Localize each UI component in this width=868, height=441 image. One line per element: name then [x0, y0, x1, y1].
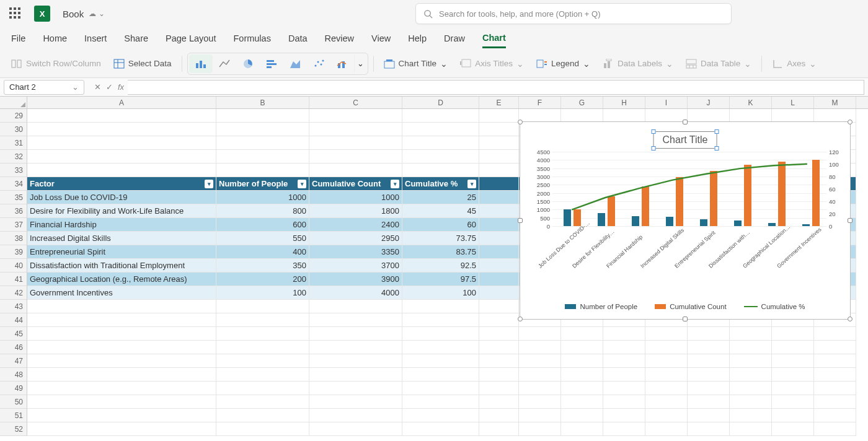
column-header-A[interactable]: A: [27, 97, 216, 108]
cell-A42[interactable]: Government Incentives: [27, 286, 216, 300]
cell-M46[interactable]: [814, 341, 856, 354]
cell-C39[interactable]: 3350: [309, 245, 402, 259]
cell-D47[interactable]: [402, 354, 479, 368]
cell-B39[interactable]: 400: [216, 245, 309, 259]
cell-B45[interactable]: [216, 327, 309, 341]
menu-insert[interactable]: Insert: [84, 30, 107, 47]
menu-home[interactable]: Home: [43, 30, 67, 47]
cell-D35[interactable]: 25: [402, 191, 479, 204]
cell-B47[interactable]: [216, 354, 309, 368]
chart-plot-area[interactable]: 450040003500300025002000150010005000 120…: [534, 152, 843, 226]
cell-C51[interactable]: [309, 409, 402, 422]
cell-B50[interactable]: [216, 395, 309, 409]
cell-F51[interactable]: [519, 409, 561, 422]
chart-title-button[interactable]: Chart Title ⌄: [379, 56, 453, 71]
cell-E30[interactable]: [479, 123, 519, 136]
cell-H48[interactable]: [603, 368, 645, 382]
pie-chart-icon[interactable]: [236, 55, 260, 73]
cell-D43[interactable]: [402, 300, 479, 313]
cell-I52[interactable]: [645, 422, 688, 436]
cell-A52[interactable]: [27, 422, 216, 436]
row-header[interactable]: 32: [0, 150, 27, 164]
formula-input[interactable]: [128, 80, 864, 95]
cell-A50[interactable]: [27, 395, 216, 409]
column-header-K[interactable]: K: [730, 97, 772, 108]
cell-B38[interactable]: 550: [216, 232, 309, 245]
cell-G29[interactable]: [561, 109, 603, 123]
cell-A37[interactable]: Financial Hardship: [27, 218, 216, 232]
cell-D50[interactable]: [402, 395, 479, 409]
cell-L29[interactable]: [772, 109, 814, 123]
resize-handle[interactable]: [518, 120, 523, 124]
cell-A32[interactable]: [27, 150, 216, 164]
cell-H52[interactable]: [603, 422, 645, 436]
cell-F46[interactable]: [519, 341, 561, 354]
search-input[interactable]: Search for tools, help, and more (Option…: [415, 3, 732, 24]
menu-view[interactable]: View: [371, 30, 391, 47]
cell-D32[interactable]: [402, 150, 479, 164]
row-header[interactable]: 37: [0, 218, 27, 232]
cell-D51[interactable]: [402, 409, 479, 422]
row-header[interactable]: 46: [0, 341, 27, 354]
cell-F52[interactable]: [519, 422, 561, 436]
cell-J45[interactable]: [688, 327, 730, 341]
cell-C34[interactable]: Cumulative Count▾: [309, 177, 402, 191]
cell-D29[interactable]: [402, 109, 479, 123]
cell-E45[interactable]: [479, 327, 519, 341]
scatter-chart-icon[interactable]: [307, 55, 330, 73]
cell-G46[interactable]: [561, 341, 603, 354]
cell-E43[interactable]: [479, 300, 519, 313]
cell-C38[interactable]: 2950: [309, 232, 402, 245]
cell-H47[interactable]: [603, 354, 645, 368]
cell-A34[interactable]: Factor▾: [27, 177, 216, 191]
cell-L48[interactable]: [772, 368, 814, 382]
cell-E40[interactable]: [479, 259, 519, 273]
menu-draw[interactable]: Draw: [444, 30, 465, 47]
cell-E50[interactable]: [479, 395, 519, 409]
cell-J48[interactable]: [688, 368, 730, 382]
fx-icon[interactable]: fx: [118, 82, 124, 92]
cell-B30[interactable]: [216, 123, 309, 136]
cell-F49[interactable]: [519, 382, 561, 395]
cell-A35[interactable]: Job Loss Due to COVID-19: [27, 191, 216, 204]
cell-B34[interactable]: Number of People▾: [216, 177, 309, 191]
cell-B32[interactable]: [216, 150, 309, 164]
cell-E48[interactable]: [479, 368, 519, 382]
filter-dropdown[interactable]: ▾: [391, 180, 399, 188]
cell-D45[interactable]: [402, 327, 479, 341]
cell-L45[interactable]: [772, 327, 814, 341]
row-header[interactable]: 34: [0, 177, 27, 191]
cell-C50[interactable]: [309, 395, 402, 409]
cell-I50[interactable]: [645, 395, 688, 409]
cell-C52[interactable]: [309, 422, 402, 436]
cell-H49[interactable]: [603, 382, 645, 395]
column-header-H[interactable]: H: [603, 97, 645, 108]
cell-I49[interactable]: [645, 382, 688, 395]
cell-M47[interactable]: [814, 354, 856, 368]
row-header[interactable]: 38: [0, 232, 27, 245]
cell-L49[interactable]: [772, 382, 814, 395]
cell-F29[interactable]: [519, 109, 561, 123]
chart-type-dropdown[interactable]: ⌄: [354, 55, 366, 73]
cell-F47[interactable]: [519, 354, 561, 368]
column-header-F[interactable]: F: [519, 97, 561, 108]
cell-M48[interactable]: [814, 368, 856, 382]
cell-D39[interactable]: 83.75: [402, 245, 479, 259]
cell-G48[interactable]: [561, 368, 603, 382]
column-header-I[interactable]: I: [645, 97, 688, 108]
cell-J49[interactable]: [688, 382, 730, 395]
cell-M52[interactable]: [814, 422, 856, 436]
cell-C31[interactable]: [309, 136, 402, 150]
cell-F48[interactable]: [519, 368, 561, 382]
row-header[interactable]: 43: [0, 300, 27, 313]
row-header[interactable]: 47: [0, 354, 27, 368]
cell-G49[interactable]: [561, 382, 603, 395]
row-header[interactable]: 44: [0, 313, 27, 327]
cell-B37[interactable]: 600: [216, 218, 309, 232]
cell-K49[interactable]: [730, 382, 772, 395]
cell-E32[interactable]: [479, 150, 519, 164]
cell-D44[interactable]: [402, 313, 479, 327]
menu-help[interactable]: Help: [408, 30, 427, 47]
cell-B36[interactable]: 800: [216, 204, 309, 218]
cell-C47[interactable]: [309, 354, 402, 368]
